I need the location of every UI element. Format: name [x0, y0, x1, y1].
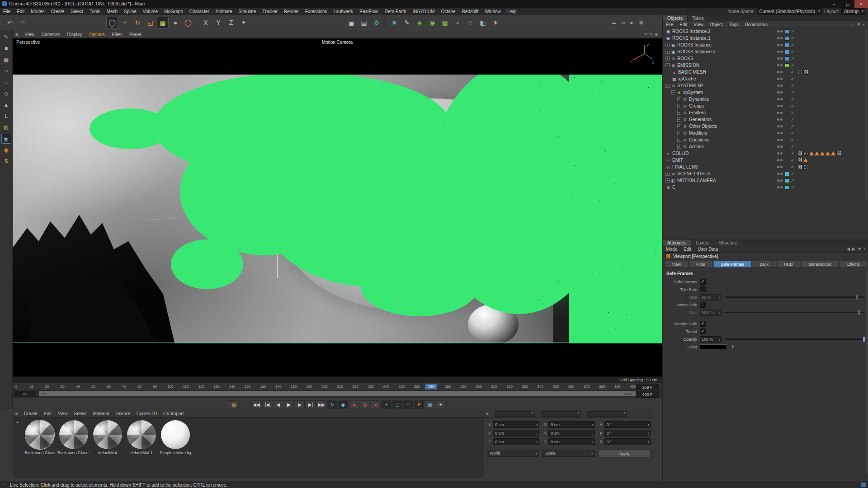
- tree-row[interactable]: +⚙Generators✓: [663, 116, 868, 123]
- visibility-dots[interactable]: [777, 91, 783, 94]
- visibility-dots[interactable]: [777, 173, 783, 175]
- menu-redshift[interactable]: Redshift: [459, 9, 482, 14]
- texture-tag-icon[interactable]: [797, 158, 802, 163]
- viewport-menu-display[interactable]: Display: [64, 32, 86, 37]
- material-menu-material[interactable]: Material: [90, 411, 112, 416]
- texture-tag-icon[interactable]: [797, 151, 802, 156]
- lock-y-axis-button[interactable]: Y: [212, 17, 224, 28]
- visibility-dots[interactable]: [777, 139, 783, 141]
- object-menu-file[interactable]: File: [663, 22, 676, 27]
- coordinates-rotation-dropdown[interactable]: [587, 411, 627, 417]
- workplane-lock-button[interactable]: L: [1, 111, 11, 121]
- visibility-dots[interactable]: [777, 37, 783, 39]
- redo-icon[interactable]: ↷: [17, 17, 28, 28]
- field-button[interactable]: ≈: [452, 17, 463, 28]
- tree-row[interactable]: ⊕C✓: [663, 184, 868, 191]
- lock-icon[interactable]: ▪: [863, 22, 864, 27]
- menu-insydium[interactable]: INSYDIUM: [409, 9, 438, 14]
- object-tree-scrollbar[interactable]: [865, 28, 867, 200]
- next-frame-button[interactable]: ▶: [295, 400, 305, 409]
- subtab-safe-frames[interactable]: Safe Frames: [713, 261, 752, 267]
- object-menu-edit[interactable]: Edit: [676, 22, 690, 27]
- expander-icon[interactable]: +: [665, 172, 670, 176]
- tree-row[interactable]: +⚙Dynamics✓: [663, 96, 868, 103]
- viewport-maximize-icon[interactable]: ▣: [654, 32, 658, 37]
- expander-icon[interactable]: +: [677, 97, 681, 101]
- menu-tools[interactable]: Tools: [86, 9, 103, 14]
- slider-handle[interactable]: [858, 310, 860, 315]
- current-frame-field[interactable]: 269 F: [636, 384, 659, 390]
- render-picture-viewer-button[interactable]: ▤: [358, 17, 370, 28]
- expander-icon[interactable]: +: [665, 43, 670, 47]
- menu-laubwerk[interactable]: Laubwerk: [330, 9, 356, 14]
- enabled-check-icon[interactable]: ✓: [791, 63, 794, 68]
- next-key-button[interactable]: ▶|: [306, 400, 316, 409]
- opacity-slider[interactable]: [725, 338, 864, 340]
- points-mode-button[interactable]: ∴: [1, 77, 11, 87]
- visibility-dots[interactable]: [777, 57, 783, 60]
- menu-modes[interactable]: Modes: [28, 9, 47, 14]
- menu-dem-earth[interactable]: Dem Earth: [382, 9, 410, 14]
- light-button[interactable]: ✶: [490, 17, 501, 28]
- sound-toggle[interactable]: ◉: [338, 400, 348, 409]
- lock-z-axis-button[interactable]: Z: [225, 17, 237, 28]
- layer-color-chip[interactable]: [785, 172, 789, 176]
- visibility-dots[interactable]: [777, 105, 783, 107]
- texture-mode-button[interactable]: ▦: [1, 55, 11, 65]
- enabled-check-icon[interactable]: ✓: [791, 83, 794, 88]
- scale-tool[interactable]: ◱: [144, 17, 156, 28]
- enabled-check-icon[interactable]: ✓: [791, 110, 794, 115]
- coord-field-h-2[interactable]: 0 °▴▾: [604, 421, 651, 428]
- material-item[interactable]: Backmann Glass: [24, 420, 56, 455]
- make-editable-button[interactable]: ✎: [1, 32, 11, 42]
- size-value-field[interactable]: 96.5 %▴▾: [700, 310, 722, 316]
- menu-spline[interactable]: Spline: [121, 9, 140, 14]
- layer-color-chip[interactable]: [785, 29, 789, 34]
- attribute-menu-user-data[interactable]: User Data: [694, 247, 721, 252]
- end-frame-field[interactable]: 400 F: [636, 391, 659, 398]
- object-menu-view[interactable]: View: [690, 22, 707, 27]
- coord-field-x-1[interactable]: 0 cm▴▾: [548, 421, 594, 428]
- viewport[interactable]: Perspective Motion Camera X Y Z: [13, 38, 662, 376]
- viewport-menu-options[interactable]: Options: [85, 32, 108, 37]
- slider-handle[interactable]: [856, 295, 858, 300]
- active-tool[interactable]: ▦: [157, 17, 169, 28]
- tree-row[interactable]: ▣ROCKS Instance.2✓: [663, 28, 868, 35]
- play-small-icon[interactable]: ▶: [628, 19, 636, 27]
- tree-row[interactable]: +⚙Emitters✓: [663, 109, 868, 116]
- object-menu-tags[interactable]: Tags: [726, 22, 742, 27]
- expander-icon[interactable]: −: [665, 63, 670, 67]
- console-window-icon[interactable]: ▭: [619, 19, 627, 27]
- menu-file[interactable]: File: [0, 9, 14, 14]
- visibility-dots[interactable]: [777, 159, 783, 161]
- tree-row[interactable]: −✱xpSystem✓: [663, 89, 868, 96]
- tree-row[interactable]: ▣ROCKS Instance.1✓: [663, 35, 868, 42]
- tree-row[interactable]: ◎FINAL LENS✓: [663, 164, 868, 170]
- subtab-hud[interactable]: HUD: [777, 261, 801, 267]
- enabled-check-icon[interactable]: ✓: [791, 124, 794, 129]
- tree-row[interactable]: +⚙Groups✓: [663, 103, 868, 109]
- history-back-icon[interactable]: ◀: [847, 247, 850, 251]
- visibility-dots[interactable]: [777, 125, 783, 127]
- edges-mode-button[interactable]: ◇: [1, 89, 11, 99]
- rotate-tool[interactable]: ↻: [132, 17, 143, 28]
- enabled-check-icon[interactable]: ✓: [791, 164, 794, 169]
- tab-takes[interactable]: Takes: [688, 15, 709, 21]
- menu-extensions[interactable]: Extensions: [302, 9, 330, 14]
- expander-icon[interactable]: +: [665, 56, 670, 61]
- add-material-button[interactable]: +: [14, 419, 22, 425]
- attr-filter-icon[interactable]: ▼: [858, 247, 862, 251]
- paint-tool-button[interactable]: ◉: [1, 145, 11, 155]
- maximize-button[interactable]: ▢: [841, 0, 854, 8]
- visibility-dots[interactable]: [777, 98, 783, 100]
- material-item[interactable]: Simple texture lig: [159, 420, 192, 455]
- enabled-check-icon[interactable]: ✓: [791, 171, 794, 176]
- coord-field-x-0[interactable]: 0 cm▴▾: [493, 421, 539, 428]
- goto-start-button[interactable]: ◀◀: [251, 400, 261, 409]
- subtab-effects[interactable]: Effects: [840, 261, 867, 267]
- menu-realflow[interactable]: RealFlow: [356, 9, 382, 14]
- menu-octane[interactable]: Octane: [438, 9, 458, 14]
- menu-volume[interactable]: Volume: [140, 9, 161, 14]
- menu-character[interactable]: Character: [186, 9, 212, 14]
- snap-toggle-button[interactable]: ▨: [1, 122, 11, 132]
